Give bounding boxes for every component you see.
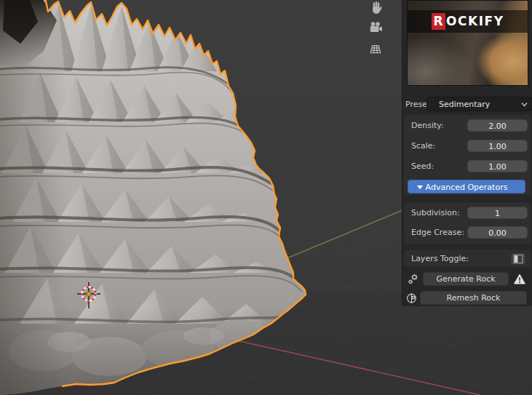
brand-rest: OCKIFY xyxy=(446,14,504,28)
grid-floor-icon[interactable] xyxy=(368,41,383,56)
seed-label: Seed: xyxy=(411,160,434,172)
brand-letter-r: R xyxy=(432,13,446,30)
rockify-logo: ROCKIFY xyxy=(408,10,528,33)
pan-hand-icon[interactable] xyxy=(368,0,383,15)
layers-toggle-box: Layers Toggle: xyxy=(403,249,532,268)
warning-triangle-icon xyxy=(513,273,526,286)
scale-label: Scale: xyxy=(411,140,435,152)
subdivision-label: Subdivision: xyxy=(411,207,460,219)
main-parameters-box: Density: 2.00 Scale: 1.00 Seed: 1.00 Adv… xyxy=(403,114,532,196)
density-field[interactable]: 2.00 xyxy=(467,119,528,132)
edge-crease-label: Edge Crease: xyxy=(411,226,464,239)
sidebar-panel-icon xyxy=(511,253,525,265)
preset-row: Preset: Sedimentary xyxy=(405,97,531,111)
preset-dropdown[interactable]: Sedimentary xyxy=(426,97,532,111)
generate-rock-button[interactable]: Generate Rock xyxy=(423,272,509,286)
advanced-operators-toggle[interactable]: Advanced Operators xyxy=(408,180,525,193)
preset-value: Sedimentary xyxy=(439,100,490,109)
advanced-parameters-box: Subdivision: 1 Edge Crease: 0.00 xyxy=(403,202,532,245)
generate-rock-row: Generate Rock xyxy=(402,272,532,287)
remesh-rock-button[interactable]: Remesh Rock xyxy=(420,291,527,305)
rockify-sidebar-panel: ROCKIFY Preset: Sedimentary Density: 2.0… xyxy=(402,0,532,306)
gears-icon xyxy=(407,273,420,286)
remesh-sphere-icon xyxy=(405,292,418,305)
seed-field[interactable]: 1.00 xyxy=(467,160,528,172)
remesh-rock-row: Remesh Rock xyxy=(402,291,532,306)
object-origin xyxy=(87,292,91,296)
edge-crease-field[interactable]: 0.00 xyxy=(467,226,528,239)
rockify-banner-image: ROCKIFY xyxy=(407,0,528,86)
camera-view-icon[interactable] xyxy=(368,20,383,35)
density-label: Density: xyxy=(411,119,444,132)
layers-toggle-button[interactable] xyxy=(510,252,526,266)
chevron-down-icon xyxy=(521,102,528,107)
triangle-down-icon xyxy=(417,185,423,189)
scale-field[interactable]: 1.00 xyxy=(467,140,528,152)
blender-rockify-screen: { "banner": { "brand_r": "R", "brand_res… xyxy=(0,0,532,395)
subdivision-field[interactable]: 1 xyxy=(467,207,528,219)
layers-toggle-label: Layers Toggle: xyxy=(411,252,469,265)
